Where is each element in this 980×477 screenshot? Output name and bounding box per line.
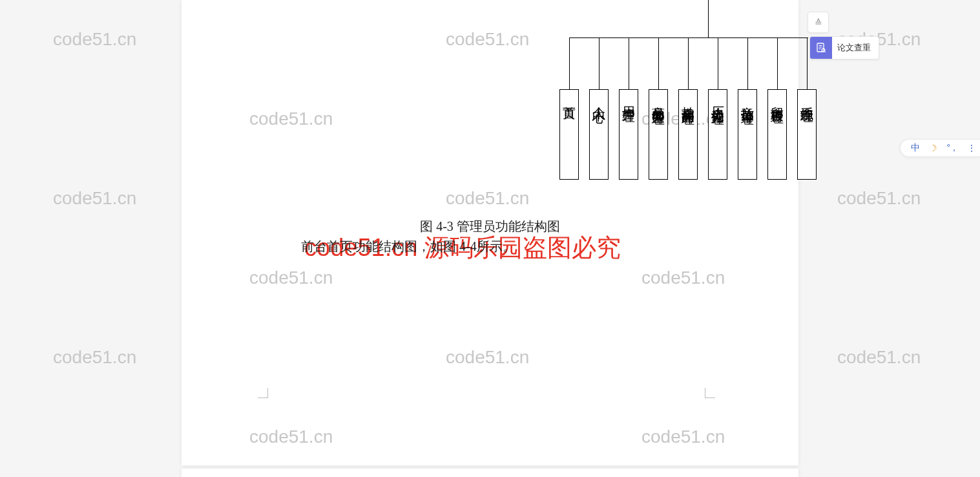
tree-node: 系统管理 [797,89,817,180]
ime-punctuation: °， [946,142,958,154]
tree-branch-line [747,37,748,89]
tree-node-label: 历史竞拍管理 [711,96,725,104]
watermark: code51.cn [249,427,333,447]
tree-node: 竞拍订单管理 [738,89,757,180]
tree-branch-line [777,37,778,89]
tree-node-label: 拍卖商品管理 [681,96,695,104]
watermark: code51.cn [53,347,136,368]
paper-check-label: 论文查重 [832,42,879,54]
tree-node-label: 系统管理 [800,96,814,101]
tree-node: 用户管理 [619,89,638,180]
moon-icon: ☽ [929,143,937,153]
figure-caption: 图 4-3 管理员功能结构图 [182,218,798,235]
next-page-peek [182,469,798,477]
paper-plagiarism-check-button[interactable]: 论文查重 [809,36,879,59]
watermark: code51.cn [446,347,529,368]
page-margin-mark [705,388,715,398]
collapse-sidebar-button[interactable]: ≙ [808,12,829,33]
tree-node-label: 留言板管理 [770,96,784,103]
page-margin-mark [258,388,268,398]
tree-branch-line [688,37,689,89]
tree-branch-line [569,37,570,89]
tree-node: 首页 [559,89,579,180]
tree-branch-line [599,37,599,89]
body-text: 前台首页功能结构图，如图 4-4所示。 [301,238,516,255]
tree-node-label: 竞拍订单管理 [740,96,755,104]
tree-branch-line [718,37,718,89]
watermark: code51.cn [446,188,529,209]
tree-node: 个人中心 [589,89,609,180]
ime-language: 中 [911,142,920,154]
tree-node-label: 商品类型管理 [651,96,665,104]
watermark: code51.cn [837,188,921,209]
tree-node: 拍卖商品管理 [678,89,698,180]
watermark: code51.cn [53,29,136,50]
watermark: code51.cn [249,268,333,288]
tree-branch-line [807,37,808,89]
tree-node-label: 首页 [562,96,576,99]
tree-branch-line [629,37,629,89]
collapse-icon: ≙ [815,17,822,28]
admin-function-tree: 首页 个人中心 用户管理 商品类型管理 拍卖商品管理 历史竞拍管理 竞拍订单管理… [558,0,810,181]
ime-indicator[interactable]: 中 ☽ °， ⋮ [900,139,980,157]
tree-node: 历史竞拍管理 [708,89,727,180]
tree-trunk-line [708,0,709,37]
watermark: code51.cn [641,427,725,447]
tree-node: 留言板管理 [767,89,787,180]
tree-node-label: 用户管理 [621,96,636,101]
watermark: code51.cn [53,188,136,209]
document-check-icon [810,37,832,59]
document-page: code51.cn code51.cn code51.cn code51.cn … [182,0,798,465]
tree-node-label: 个人中心 [592,96,606,101]
watermark: code51.cn [249,109,333,129]
ime-more-icon: ⋮ [967,143,976,153]
watermark: code51.cn [837,347,921,368]
watermark: code51.cn [446,29,529,50]
watermark: code51.cn [641,268,725,288]
tree-horizontal-line [569,37,808,38]
tree-branch-line [658,37,659,89]
tree-node: 商品类型管理 [649,89,668,180]
viewport: code51.cn code51.cn code51.cn code51.cn … [0,0,980,477]
